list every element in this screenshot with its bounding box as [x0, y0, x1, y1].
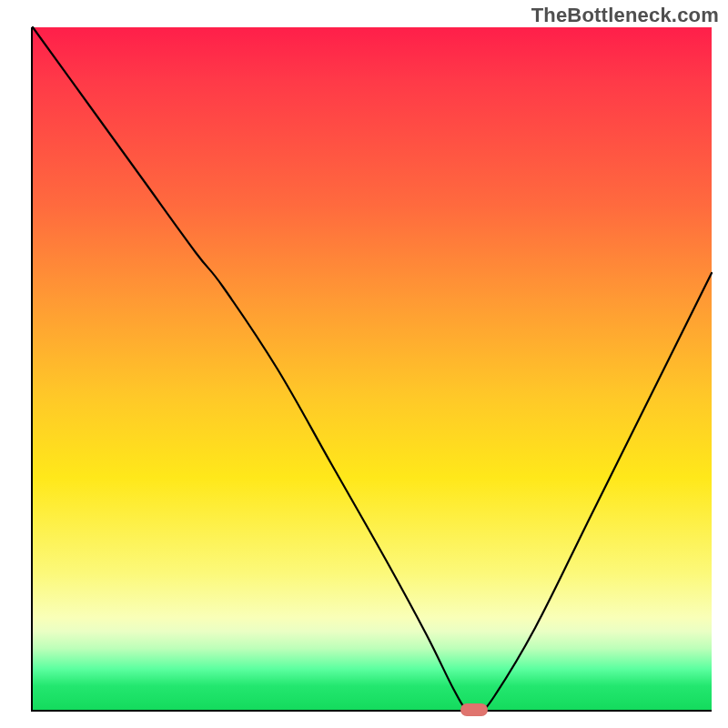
- plot-area: [31, 27, 712, 712]
- bottleneck-curve: [33, 27, 712, 710]
- bottleneck-curve-path: [33, 27, 712, 713]
- watermark-text: TheBottleneck.com: [531, 4, 719, 27]
- chart-frame: TheBottleneck.com: [0, 0, 728, 728]
